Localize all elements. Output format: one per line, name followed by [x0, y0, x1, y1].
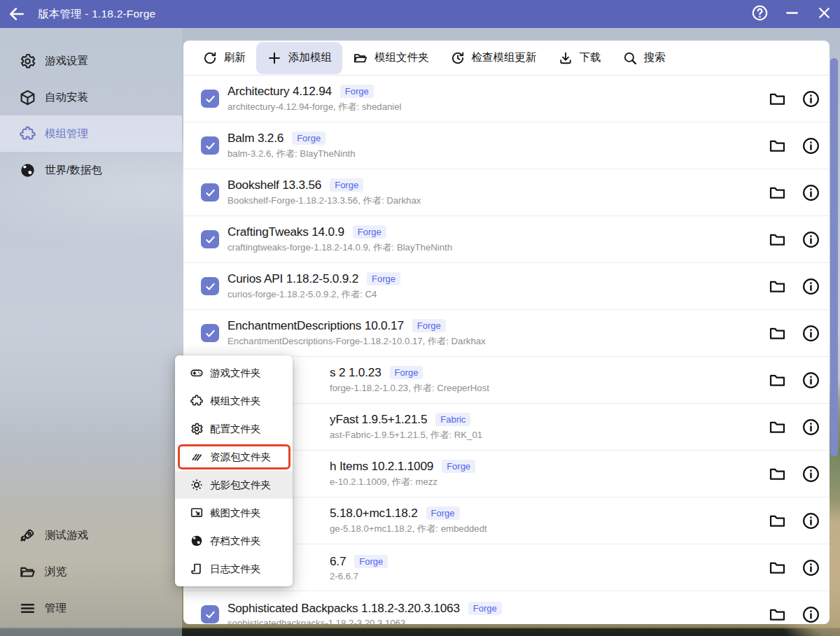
folder-icon[interactable]	[768, 277, 787, 296]
sidebar-item[interactable]: 测试游戏	[0, 517, 182, 553]
mod-filename: EnchantmentDescriptions-Forge-1.18.2-10.…	[227, 335, 486, 348]
folder-icon[interactable]	[768, 418, 787, 437]
mod-enabled-checkbox[interactable]	[201, 90, 219, 108]
context-menu-item-label: 光影包文件夹	[210, 479, 271, 492]
sun-icon	[190, 478, 204, 492]
back-button[interactable]	[3, 0, 31, 28]
mod-enabled-checkbox[interactable]	[201, 136, 219, 155]
rocket-icon	[19, 527, 36, 544]
sidebar-item-label: 模组管理	[45, 127, 88, 141]
toolbar-button[interactable]: 搜索	[612, 42, 676, 74]
app-window: { "colors": { "titlebar": "#5b65b7", "ac…	[0, 0, 840, 636]
mod-row: Sophisticated Backpacks 1.18.2-3.20.3.10…	[183, 591, 830, 624]
puzzle-icon	[190, 394, 204, 408]
toolbar-button[interactable]: 刷新	[192, 42, 256, 74]
context-menu-item[interactable]: 配置文件夹	[175, 415, 293, 443]
mod-loader-badge: Forge	[442, 460, 475, 473]
context-menu-item[interactable]: 截图文件夹	[175, 499, 293, 527]
mod-row-actions	[768, 465, 830, 483]
context-menu-item[interactable]: 游戏文件夹	[175, 359, 293, 387]
info-icon[interactable]	[802, 277, 820, 296]
mod-loader-badge: Forge	[468, 602, 502, 615]
info-icon[interactable]	[802, 511, 820, 530]
info-icon[interactable]	[802, 605, 820, 624]
download-icon	[558, 50, 573, 66]
folder-icon[interactable]	[768, 136, 787, 155]
cube-icon	[19, 89, 36, 106]
mod-row: Curios API 1.18.2-5.0.9.2 Forge curios-f…	[183, 263, 830, 310]
mod-title: Architectury 4.12.94	[227, 84, 332, 99]
info-icon[interactable]	[802, 324, 820, 343]
globe-icon	[19, 162, 36, 179]
context-menu-item-label: 配置文件夹	[210, 423, 261, 436]
context-menu-item[interactable]: 存档文件夹	[175, 527, 293, 555]
mod-row: CraftingTweaks 14.0.9 Forge craftingtwea…	[183, 216, 830, 263]
folder-icon[interactable]	[768, 511, 787, 530]
toolbar-button[interactable]: 添加模组	[256, 42, 342, 74]
sidebar-item-label: 自动安装	[45, 90, 88, 105]
sidebar-item[interactable]: 浏览	[0, 553, 182, 590]
mod-row: EnchantmentDescriptions 10.0.17 Forge En…	[183, 310, 830, 357]
context-menu-item[interactable]: 模组文件夹	[175, 387, 293, 415]
context-menu-item-label: 模组文件夹	[210, 395, 261, 408]
puzzle-icon	[19, 125, 36, 143]
folder-icon[interactable]	[768, 465, 787, 483]
context-menu-item[interactable]: 资源包文件夹	[175, 443, 293, 471]
sidebar-item[interactable]: 世界/数据包	[0, 152, 182, 188]
gear-icon	[19, 52, 36, 70]
info-icon[interactable]	[802, 183, 820, 202]
info-icon[interactable]	[802, 90, 820, 108]
back-arrow-icon	[8, 5, 26, 23]
mod-enabled-checkbox[interactable]	[201, 183, 219, 202]
sidebar-item[interactable]: 游戏设置	[0, 43, 182, 79]
folder-icon[interactable]	[768, 230, 787, 249]
info-icon[interactable]	[802, 558, 820, 577]
folder-open-icon	[353, 50, 368, 66]
mod-row: Architectury 4.12.94 Forge architectury-…	[183, 76, 830, 122]
mod-enabled-checkbox[interactable]	[201, 324, 219, 342]
titlebar-button[interactable]	[808, 0, 840, 28]
folder-icon[interactable]	[768, 183, 787, 202]
hatch-icon	[190, 450, 204, 464]
titlebar-button[interactable]	[776, 0, 808, 28]
mod-row-actions	[768, 230, 830, 249]
titlebar-button[interactable]	[743, 0, 776, 28]
folder-icon[interactable]	[768, 90, 787, 108]
toolbar-button[interactable]: 模组文件夹	[342, 42, 440, 74]
mod-title: EnchantmentDescriptions 10.0.17	[227, 318, 404, 333]
toolbar-button[interactable]: 检查模组更新	[440, 42, 547, 74]
mod-enabled-checkbox[interactable]	[201, 277, 219, 295]
info-icon[interactable]	[802, 136, 820, 155]
sidebar-item[interactable]: 模组管理	[0, 115, 182, 152]
mod-row-text: yFast 1.9.5+1.21.5 Fabric ast-Fabric-1.9…	[330, 412, 482, 441]
help-icon	[751, 4, 769, 24]
info-icon[interactable]	[802, 230, 820, 249]
mod-loader-badge: Forge	[330, 178, 363, 192]
mod-enabled-checkbox[interactable]	[201, 605, 219, 623]
mod-filename: ge-5.18.0+mc1.18.2, 作者: embeddedt	[330, 523, 487, 535]
info-icon[interactable]	[802, 418, 820, 437]
sidebar-item[interactable]: 自动安装	[0, 79, 182, 115]
mod-row-text: 5.18.0+mc1.18.2 Forge ge-5.18.0+mc1.18.2…	[330, 506, 487, 535]
mod-row-actions	[768, 371, 830, 390]
toolbar-button-label: 检查模组更新	[472, 50, 537, 65]
folder-icon[interactable]	[768, 371, 787, 390]
context-menu-item[interactable]: 日志文件夹	[175, 555, 293, 583]
screenshot-icon	[190, 506, 204, 520]
folder-icon[interactable]	[768, 324, 787, 343]
toolbar-button[interactable]: 下载	[547, 42, 612, 74]
folder-icon[interactable]	[768, 605, 787, 624]
info-icon[interactable]	[802, 465, 820, 483]
context-menu-item[interactable]: 光影包文件夹	[175, 471, 293, 499]
mod-row: Bookshelf 13.3.56 Forge Bookshelf-Forge-…	[183, 169, 830, 216]
mod-loader-badge: Fabric	[435, 413, 470, 426]
toolbar-button-label: 刷新	[224, 50, 246, 65]
folder-icon[interactable]	[768, 558, 787, 577]
mod-enabled-checkbox[interactable]	[201, 230, 219, 248]
mod-row-actions	[768, 90, 830, 108]
sidebar-item[interactable]: 管理	[0, 590, 182, 626]
info-icon[interactable]	[802, 371, 820, 390]
mod-loader-badge: Forge	[426, 507, 460, 520]
mod-filename: forge-1.18.2-1.0.23, 作者: CreeperHost	[330, 382, 489, 395]
vertical-scrollbar-thumb[interactable]	[830, 58, 838, 456]
